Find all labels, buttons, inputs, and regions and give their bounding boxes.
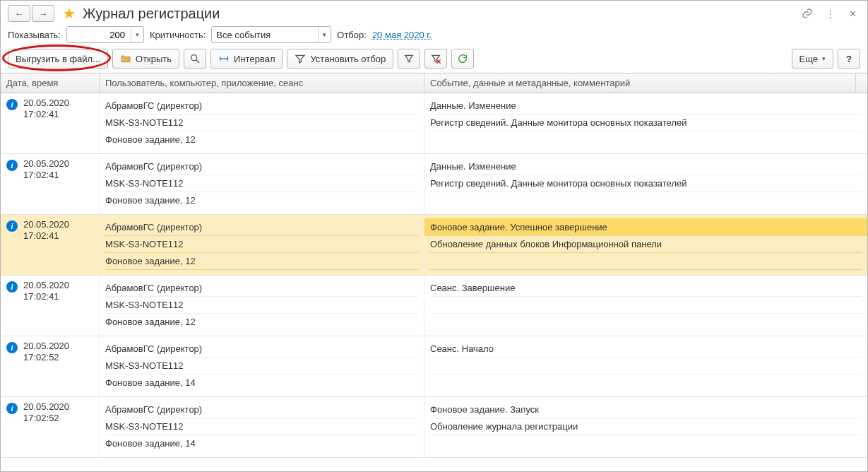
- event-line: Сеанс. Завершение: [430, 280, 862, 297]
- meta-line: Регистр сведений. Данные монитора основн…: [430, 175, 862, 192]
- kebab-menu-icon[interactable]: ⋮: [822, 6, 838, 21]
- comment-line: [430, 374, 862, 391]
- app-line: Фоновое задание, 12: [105, 314, 418, 330]
- host-line: MSK-S3-NOTE112: [105, 358, 418, 374]
- user-line: АбрамовГС (директор): [105, 341, 418, 358]
- svg-point-0: [191, 55, 197, 61]
- datetime-text: 20.05.202017:02:41: [23, 158, 69, 213]
- user-line: АбрамовГС (директор): [105, 158, 418, 175]
- refresh-icon: [457, 53, 468, 64]
- info-icon: i: [6, 403, 18, 414]
- date-value: 20.05.2020: [23, 158, 69, 170]
- nav-group: ← →: [8, 5, 54, 22]
- date-value: 20.05.2020: [23, 219, 69, 230]
- clear-filter-button[interactable]: [424, 49, 447, 69]
- show-count-spinner[interactable]: ▾: [131, 27, 143, 42]
- col-header-datetime[interactable]: Дата, время: [1, 73, 100, 93]
- user-line: АбрамовГС (директор): [105, 219, 418, 236]
- host-line: MSK-S3-NOTE112: [105, 236, 418, 253]
- cell-datetime: i20.05.202017:02:52: [1, 336, 100, 396]
- app-line: Фоновое задание, 14: [105, 435, 418, 452]
- export-label: Выгрузить в файл...: [16, 54, 100, 64]
- grid-body[interactable]: i20.05.202017:02:41АбрамовГС (директор)M…: [1, 93, 867, 463]
- more-label: Еще: [799, 54, 818, 64]
- info-icon: i: [6, 220, 18, 232]
- cell-datetime: i20.05.202017:02:41: [1, 215, 100, 275]
- open-label: Открыть: [136, 54, 172, 64]
- selection-date-link[interactable]: 20 мая 2020 г.: [372, 30, 432, 40]
- interval-button[interactable]: Интервал: [210, 49, 283, 69]
- cell-event: Сеанс. Начало: [424, 336, 867, 396]
- meta-line: Обновление журнала регистрации: [430, 418, 862, 435]
- event-line: Данные. Изменение: [430, 98, 862, 114]
- table-row[interactable]: i20.05.202017:02:41АбрамовГС (директор)M…: [1, 93, 867, 154]
- host-line: MSK-S3-NOTE112: [105, 175, 418, 192]
- app-line: Фоновое задание, 12: [105, 192, 418, 208]
- meta-line: [430, 297, 862, 314]
- table-row[interactable]: i20.05.202017:02:41АбрамовГС (директор)M…: [1, 215, 867, 276]
- set-filter-button[interactable]: Установить отбор: [287, 49, 393, 69]
- nav-back-button[interactable]: ←: [8, 5, 30, 22]
- app-line: Фоновое задание, 14: [105, 374, 418, 391]
- help-button[interactable]: ?: [838, 49, 860, 69]
- comment-line: [430, 192, 862, 208]
- user-line: АбрамовГС (директор): [105, 98, 418, 114]
- chevron-down-icon[interactable]: ▾: [318, 27, 331, 42]
- show-count-input[interactable]: ▾: [66, 26, 144, 43]
- arrow-right-icon: →: [39, 8, 48, 19]
- severity-value: Все события: [212, 27, 318, 42]
- favorite-star-icon[interactable]: ★: [63, 5, 76, 22]
- event-line: Фоновое задание. Успешное завершение: [424, 218, 867, 236]
- event-line: Данные. Изменение: [430, 158, 862, 175]
- chevron-down-icon: ▾: [822, 55, 826, 62]
- export-to-file-button[interactable]: Выгрузить в файл...: [8, 49, 108, 69]
- table-row[interactable]: i20.05.202017:02:41АбрамовГС (директор)M…: [1, 154, 867, 215]
- close-icon[interactable]: ✕: [845, 6, 860, 21]
- titlebar: ← → ★ Журнал регистрации ⋮ ✕: [1, 1, 867, 23]
- nav-forward-button[interactable]: →: [32, 5, 54, 22]
- date-value: 20.05.2020: [23, 98, 69, 109]
- time-value: 17:02:52: [23, 413, 69, 424]
- time-value: 17:02:41: [23, 109, 69, 120]
- time-value: 17:02:41: [23, 291, 69, 302]
- severity-select[interactable]: Все события ▾: [211, 26, 331, 43]
- col-header-event[interactable]: Событие, данные и метаданные, комментари…: [424, 73, 856, 93]
- page-title: Журнал регистрации: [83, 6, 220, 22]
- show-count-field[interactable]: [67, 27, 131, 42]
- find-button[interactable]: [184, 49, 206, 69]
- meta-line: Обновление данных блоков Информационной …: [430, 236, 862, 253]
- date-value: 20.05.2020: [23, 280, 69, 291]
- cell-datetime: i20.05.202017:02:41: [1, 276, 100, 336]
- cell-user: АбрамовГС (директор)MSK-S3-NOTE112Фоново…: [100, 93, 424, 153]
- cell-event: Фоновое задание. Успешное завершениеОбно…: [424, 215, 867, 275]
- datetime-text: 20.05.202017:02:52: [23, 341, 69, 395]
- cell-event: Сеанс. Завершение: [424, 276, 867, 336]
- info-icon: i: [6, 160, 18, 171]
- app-line: Фоновое задание, 12: [105, 131, 418, 148]
- host-line: MSK-S3-NOTE112: [105, 114, 418, 131]
- filter-by-current-button[interactable]: [398, 49, 420, 69]
- open-button[interactable]: Открыть: [112, 49, 179, 69]
- selection-label: Отбор:: [337, 30, 367, 40]
- datetime-text: 20.05.202017:02:52: [23, 401, 69, 456]
- cell-user: АбрамовГС (директор)MSK-S3-NOTE112Фоново…: [100, 154, 424, 214]
- comment-line: [430, 435, 862, 452]
- refresh-button[interactable]: [451, 49, 474, 69]
- table-row[interactable]: i20.05.202017:02:41АбрамовГС (директор)M…: [1, 276, 867, 336]
- event-line: Сеанс. Начало: [430, 341, 862, 358]
- col-header-user[interactable]: Пользователь, компьютер, приложение, сеа…: [100, 73, 424, 93]
- more-button[interactable]: Еще ▾: [792, 49, 833, 69]
- app-line: Фоновое задание, 12: [105, 253, 418, 270]
- show-label: Показывать:: [8, 30, 61, 40]
- cell-user: АбрамовГС (директор)MSK-S3-NOTE112Фоново…: [100, 276, 424, 336]
- datetime-text: 20.05.202017:02:41: [23, 219, 69, 273]
- table-row[interactable]: i20.05.202017:02:52АбрамовГС (директор)M…: [1, 336, 867, 397]
- event-line: Фоновое задание. Запуск: [430, 401, 862, 418]
- link-icon[interactable]: [799, 6, 815, 21]
- grid-header: Дата, время Пользователь, компьютер, при…: [1, 73, 867, 93]
- filter-icon: [295, 53, 306, 64]
- arrow-left-icon: ←: [15, 8, 24, 19]
- host-line: MSK-S3-NOTE112: [105, 297, 418, 314]
- funnel-icon: [403, 53, 415, 64]
- table-row[interactable]: i20.05.202017:02:52АбрамовГС (директор)M…: [1, 397, 867, 458]
